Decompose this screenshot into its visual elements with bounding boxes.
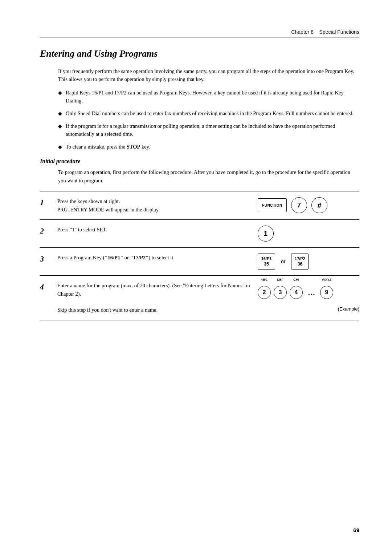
step-number-4: 4: [40, 282, 50, 292]
step-text-3: Press a Program Key ("16/P1" or "17/P2")…: [57, 254, 250, 262]
key-9-wrap: WXYZ 9: [320, 281, 333, 299]
subsection-body: To program an operation, first perform t…: [58, 168, 359, 185]
key3-superscript-label: DEF: [277, 278, 283, 281]
key4-superscript-label: GHI: [293, 278, 299, 281]
step-visual-3: 16/P1 35 or 17/P2 36: [258, 254, 359, 270]
key-4: 4: [290, 286, 303, 299]
chapter-number: Chapter 8: [291, 29, 313, 35]
step-number-1: 1: [40, 198, 50, 207]
key2-superscript-label: ABC: [261, 278, 268, 281]
key-17p2: 17/P2 36: [291, 254, 309, 270]
step-row-3: 3 Press a Program Key ("16/P1" or "17/P2…: [40, 247, 359, 275]
example-label: (Example): [338, 306, 359, 312]
intro-paragraph: If you frequently perform the same opera…: [58, 67, 359, 84]
bullet-diamond-icon: ◆: [58, 143, 62, 151]
dots-label: …: [308, 288, 315, 297]
list-item: ◆ To clear a mistake, press the STOP key…: [58, 143, 359, 151]
function-key: FUNCTION: [258, 198, 287, 212]
bullet-list: ◆ Rapid Keys 16/P1 and 17/P2 can be used…: [58, 89, 359, 151]
step-number-3: 3: [40, 254, 50, 264]
key-1: 1: [258, 226, 274, 242]
page: Chapter 8 Special Functions Entering and…: [0, 0, 392, 555]
key-hash: #: [311, 197, 327, 213]
step-text-4: Enter a name for the program (max. of 20…: [57, 281, 250, 314]
bullet-text: If the program is for a regular transmis…: [66, 122, 359, 138]
bullet-text-stop: To clear a mistake, press the STOP key.: [66, 143, 359, 151]
bullet-diamond-icon: ◆: [58, 122, 62, 130]
key-7: 7: [291, 197, 307, 213]
key-9: 9: [320, 286, 333, 299]
step-text-1: Press the keys shown at right. PRG. ENTR…: [57, 197, 250, 214]
key-16p1: 16/P1 35: [258, 254, 275, 270]
section-title: Entering and Using Programs: [40, 48, 359, 59]
key-2: 2: [258, 286, 271, 299]
step-number-2: 2: [40, 226, 50, 236]
key9-superscript-label: WXYZ: [322, 278, 331, 281]
step-visual-1: FUNCTION 7 #: [258, 197, 359, 213]
list-item: ◆ Rapid Keys 16/P1 and 17/P2 can be used…: [58, 89, 359, 105]
chapter-title: Special Functions: [319, 29, 359, 35]
list-item: ◆ Only Speed Dial numbers can be used to…: [58, 109, 359, 118]
key-2-wrap: ABC 2: [258, 281, 271, 299]
key-3-wrap: DEF 3: [274, 281, 287, 299]
key-4-wrap: GHI 4: [290, 281, 303, 299]
bullet-diamond-icon: ◆: [58, 110, 62, 118]
bullet-diamond-icon: ◆: [58, 89, 62, 97]
step-visual-4: ABC 2 DEF 3 GHI 4 …: [258, 281, 359, 312]
bullet-text: Only Speed Dial numbers can be used to e…: [66, 109, 359, 117]
bullet-text: Rapid Keys 16/P1 and 17/P2 can be used a…: [66, 89, 359, 105]
step-row-4: 4 Enter a name for the program (max. of …: [40, 275, 359, 320]
step-row-2: 2 Press "1" to select SET. 1: [40, 219, 359, 247]
subsection-title: Initial procedure: [40, 158, 359, 165]
page-header: Chapter 8 Special Functions: [40, 29, 359, 37]
or-label: or: [281, 259, 285, 264]
chapter-label: Chapter 8 Special Functions: [291, 29, 359, 35]
step-text-2: Press "1" to select SET.: [57, 226, 250, 234]
page-number: 69: [353, 527, 359, 533]
step4-keys: ABC 2 DEF 3 GHI 4 …: [258, 281, 333, 299]
step-visual-2: 1: [258, 226, 359, 242]
list-item: ◆ If the program is for a regular transm…: [58, 122, 359, 138]
step-row-1: 1 Press the keys shown at right. PRG. EN…: [40, 191, 359, 219]
steps-container: 1 Press the keys shown at right. PRG. EN…: [40, 191, 359, 320]
key-3: 3: [274, 286, 287, 299]
